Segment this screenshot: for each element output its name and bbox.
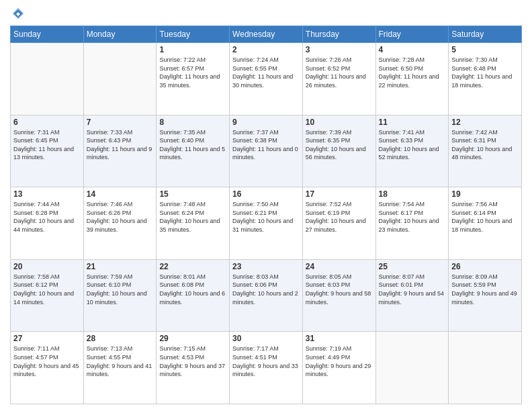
day-number: 22: [159, 262, 226, 271]
calendar-table: SundayMondayTuesdayWednesdayThursdayFrid…: [10, 26, 522, 404]
calendar-cell: 19Sunrise: 7:56 AMSunset: 6:14 PMDayligh…: [449, 187, 522, 260]
day-number: 10: [306, 118, 373, 127]
day-number: 11: [379, 118, 446, 127]
calendar-cell: [375, 332, 449, 404]
calendar-cell: 28Sunrise: 7:13 AMSunset: 4:55 PMDayligh…: [83, 332, 157, 404]
day-info: Sunrise: 7:13 AMSunset: 4:55 PMDaylight:…: [87, 345, 154, 378]
header: [10, 7, 522, 20]
day-number: 20: [13, 262, 81, 271]
day-number: 13: [13, 189, 81, 199]
calendar-week-row: 1Sunrise: 7:22 AMSunset: 6:57 PMDaylight…: [11, 43, 522, 116]
day-info: Sunrise: 7:31 AMSunset: 6:45 PMDaylight:…: [13, 128, 81, 162]
calendar-cell: [449, 332, 522, 404]
day-number: 12: [451, 118, 519, 127]
calendar-cell: 26Sunrise: 8:09 AMSunset: 5:59 PMDayligh…: [449, 259, 522, 332]
calendar-cell: 29Sunrise: 7:15 AMSunset: 4:53 PMDayligh…: [157, 332, 230, 404]
day-info: Sunrise: 7:52 AMSunset: 6:19 PMDaylight:…: [306, 200, 373, 234]
calendar-week-row: 20Sunrise: 7:58 AMSunset: 6:12 PMDayligh…: [11, 259, 522, 332]
day-info: Sunrise: 7:22 AMSunset: 6:57 PMDaylight:…: [159, 56, 226, 89]
calendar-week-row: 13Sunrise: 7:44 AMSunset: 6:28 PMDayligh…: [11, 187, 522, 260]
calendar-cell: 16Sunrise: 7:50 AMSunset: 6:21 PMDayligh…: [230, 187, 303, 260]
calendar-cell: 14Sunrise: 7:46 AMSunset: 6:26 PMDayligh…: [83, 187, 157, 260]
page: SundayMondayTuesdayWednesdayThursdayFrid…: [0, 0, 532, 411]
calendar-cell: 18Sunrise: 7:54 AMSunset: 6:17 PMDayligh…: [375, 187, 449, 260]
day-info: Sunrise: 7:41 AMSunset: 6:33 PMDaylight:…: [379, 128, 446, 162]
day-info: Sunrise: 7:56 AMSunset: 6:14 PMDaylight:…: [451, 200, 519, 234]
day-number: 21: [87, 262, 154, 271]
day-number: 1: [159, 45, 226, 54]
day-info: Sunrise: 8:03 AMSunset: 6:06 PMDaylight:…: [232, 273, 300, 306]
day-number: 8: [159, 118, 226, 127]
calendar-cell: 13Sunrise: 7:44 AMSunset: 6:28 PMDayligh…: [11, 187, 84, 260]
day-info: Sunrise: 7:26 AMSunset: 6:52 PMDaylight:…: [306, 56, 373, 89]
day-number: 7: [87, 118, 154, 127]
day-info: Sunrise: 7:17 AMSunset: 4:51 PMDaylight:…: [232, 345, 300, 378]
calendar-cell: 22Sunrise: 8:01 AMSunset: 6:08 PMDayligh…: [157, 259, 230, 332]
logo: [10, 7, 25, 20]
calendar-cell: 10Sunrise: 7:39 AMSunset: 6:35 PMDayligh…: [302, 115, 375, 187]
day-number: 9: [232, 118, 300, 127]
calendar-cell: 12Sunrise: 7:42 AMSunset: 6:31 PMDayligh…: [449, 115, 522, 187]
day-number: 5: [451, 45, 519, 54]
day-number: 18: [379, 189, 446, 199]
calendar-header-monday: Monday: [83, 26, 157, 43]
calendar-cell: 7Sunrise: 7:33 AMSunset: 6:43 PMDaylight…: [83, 115, 157, 187]
calendar-cell: 21Sunrise: 7:59 AMSunset: 6:10 PMDayligh…: [83, 259, 157, 332]
day-info: Sunrise: 7:35 AMSunset: 6:40 PMDaylight:…: [159, 128, 226, 162]
calendar-cell: 15Sunrise: 7:48 AMSunset: 6:24 PMDayligh…: [157, 187, 230, 260]
day-number: 29: [159, 334, 226, 343]
calendar-week-row: 6Sunrise: 7:31 AMSunset: 6:45 PMDaylight…: [11, 115, 522, 187]
day-info: Sunrise: 7:37 AMSunset: 6:38 PMDaylight:…: [232, 128, 300, 162]
calendar-header-row: SundayMondayTuesdayWednesdayThursdayFrid…: [11, 26, 522, 43]
calendar-cell: 27Sunrise: 7:11 AMSunset: 4:57 PMDayligh…: [11, 332, 84, 404]
day-number: 3: [306, 45, 373, 54]
day-info: Sunrise: 7:54 AMSunset: 6:17 PMDaylight:…: [379, 200, 446, 234]
day-number: 27: [13, 334, 81, 343]
day-info: Sunrise: 8:05 AMSunset: 6:03 PMDaylight:…: [306, 273, 373, 306]
day-info: Sunrise: 8:07 AMSunset: 6:01 PMDaylight:…: [379, 273, 446, 306]
day-number: 28: [87, 334, 154, 343]
day-info: Sunrise: 7:33 AMSunset: 6:43 PMDaylight:…: [87, 128, 154, 162]
day-number: 4: [379, 45, 446, 54]
day-info: Sunrise: 8:09 AMSunset: 5:59 PMDaylight:…: [451, 273, 519, 306]
day-info: Sunrise: 7:28 AMSunset: 6:50 PMDaylight:…: [379, 56, 446, 89]
day-number: 19: [451, 189, 519, 199]
calendar-cell: 9Sunrise: 7:37 AMSunset: 6:38 PMDaylight…: [230, 115, 303, 187]
day-info: Sunrise: 7:19 AMSunset: 4:49 PMDaylight:…: [306, 345, 373, 378]
calendar-header-thursday: Thursday: [302, 26, 375, 43]
calendar-cell: 17Sunrise: 7:52 AMSunset: 6:19 PMDayligh…: [302, 187, 375, 260]
calendar-cell: 23Sunrise: 8:03 AMSunset: 6:06 PMDayligh…: [230, 259, 303, 332]
calendar-header-saturday: Saturday: [449, 26, 522, 43]
day-info: Sunrise: 7:46 AMSunset: 6:26 PMDaylight:…: [87, 200, 154, 234]
calendar-cell: 11Sunrise: 7:41 AMSunset: 6:33 PMDayligh…: [375, 115, 449, 187]
day-number: 16: [232, 189, 300, 199]
day-number: 26: [451, 262, 519, 271]
calendar-cell: 25Sunrise: 8:07 AMSunset: 6:01 PMDayligh…: [375, 259, 449, 332]
calendar-week-row: 27Sunrise: 7:11 AMSunset: 4:57 PMDayligh…: [11, 332, 522, 404]
day-info: Sunrise: 8:01 AMSunset: 6:08 PMDaylight:…: [159, 273, 226, 306]
calendar-cell: 3Sunrise: 7:26 AMSunset: 6:52 PMDaylight…: [302, 43, 375, 116]
calendar-cell: 31Sunrise: 7:19 AMSunset: 4:49 PMDayligh…: [302, 332, 375, 404]
calendar-cell: [83, 43, 157, 116]
day-info: Sunrise: 7:44 AMSunset: 6:28 PMDaylight:…: [13, 200, 81, 234]
calendar-cell: [11, 43, 84, 116]
day-number: 17: [306, 189, 373, 199]
calendar-cell: 24Sunrise: 8:05 AMSunset: 6:03 PMDayligh…: [302, 259, 375, 332]
calendar-cell: 20Sunrise: 7:58 AMSunset: 6:12 PMDayligh…: [11, 259, 84, 332]
day-number: 6: [13, 118, 81, 127]
day-number: 14: [87, 189, 154, 199]
calendar-cell: 1Sunrise: 7:22 AMSunset: 6:57 PMDaylight…: [157, 43, 230, 116]
calendar-header-wednesday: Wednesday: [230, 26, 303, 43]
day-number: 2: [232, 45, 300, 54]
logo-icon: [11, 7, 25, 20]
calendar-cell: 6Sunrise: 7:31 AMSunset: 6:45 PMDaylight…: [11, 115, 84, 187]
calendar-cell: 8Sunrise: 7:35 AMSunset: 6:40 PMDaylight…: [157, 115, 230, 187]
calendar-cell: 4Sunrise: 7:28 AMSunset: 6:50 PMDaylight…: [375, 43, 449, 116]
day-number: 30: [232, 334, 300, 343]
day-info: Sunrise: 7:15 AMSunset: 4:53 PMDaylight:…: [159, 345, 226, 378]
day-info: Sunrise: 7:30 AMSunset: 6:48 PMDaylight:…: [451, 56, 519, 89]
day-number: 31: [306, 334, 373, 343]
calendar-cell: 30Sunrise: 7:17 AMSunset: 4:51 PMDayligh…: [230, 332, 303, 404]
day-number: 25: [379, 262, 446, 271]
day-info: Sunrise: 7:42 AMSunset: 6:31 PMDaylight:…: [451, 128, 519, 162]
